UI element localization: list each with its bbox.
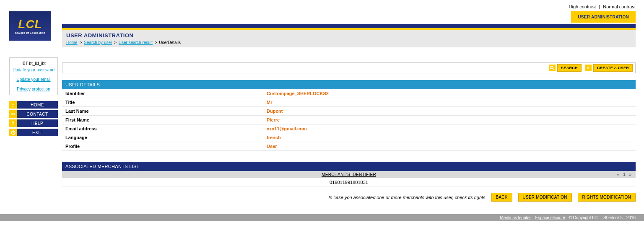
nav-home-label: HOME	[17, 101, 58, 109]
user-name: IBT bt_lcl_ibt	[11, 60, 56, 67]
merchants-table-header: MERCHANT'S IDENTIFIER « 1 »	[62, 171, 636, 178]
merchant-id-column[interactable]: MERCHANT'S IDENTIFIER	[117, 172, 581, 177]
nav-contact-label: CONTACT	[17, 110, 58, 118]
pager: « 1 »	[581, 172, 631, 177]
row-title: Title Mr	[62, 98, 636, 107]
user-details-heading: USER DETAILS	[62, 80, 636, 89]
logo-text: LCL	[18, 18, 42, 31]
lastname-label: Last Name	[62, 107, 263, 116]
create-user-icon: ✳	[585, 65, 592, 71]
email-value: xxx11@gmail.com	[263, 124, 636, 133]
action-row: SEARCH ✳ CREATE A USER	[62, 62, 636, 73]
pager-last-icon[interactable]: »	[629, 172, 631, 177]
row-identifier: Identifier Custompage_SHERLOCKS2	[62, 89, 636, 98]
high-contrast-link[interactable]: High contrast	[569, 4, 596, 9]
row-language: Language french	[62, 133, 636, 142]
logo: LCL BANQUE ET ASSURANCE	[9, 11, 51, 41]
nav-exit[interactable]: ⏻ EXIT	[9, 129, 58, 136]
search-icon	[549, 65, 556, 71]
profile-label: Profile	[62, 142, 263, 151]
footer-copyright: - © Copyright LCL - Sherlock's - 2016	[566, 215, 636, 220]
nav-contact[interactable]: ✉ CONTACT	[9, 110, 58, 118]
nav-help-label: HELP	[17, 119, 58, 127]
header-bar	[62, 24, 636, 30]
title-value: Mr	[263, 98, 636, 107]
help-icon: ?	[9, 119, 17, 127]
footer-mentions-link[interactable]: Mentions légales	[500, 215, 531, 220]
pager-current: 1	[623, 172, 626, 177]
logo-subtitle: BANQUE ET ASSURANCE	[15, 32, 45, 34]
profile-value: User	[263, 142, 636, 151]
merchants-heading: ASSOCIATED MERCHANTS LIST	[62, 162, 636, 171]
home-icon: ⌂	[9, 101, 17, 109]
rights-hint: In case you associated one or more merch…	[328, 195, 485, 200]
breadcrumb-user-search-result[interactable]: User search result	[119, 40, 153, 45]
breadcrumb: Home > Search by user > User search resu…	[66, 40, 631, 45]
update-email-link[interactable]: Update your email	[11, 76, 56, 83]
row-email: Email address xxx11@gmail.com	[62, 124, 636, 133]
page-title: USER ADMINISTRATION	[66, 32, 631, 39]
footer-espace-link[interactable]: Espace sécurité	[535, 215, 565, 220]
firstname-value: Pierre	[263, 116, 636, 124]
breadcrumb-home[interactable]: Home	[66, 40, 78, 45]
row-lastname: Last Name Dupont	[62, 107, 636, 116]
contrast-separator: |	[599, 4, 600, 9]
firstname-label: First Name	[62, 116, 263, 124]
nav-home[interactable]: ⌂ HOME	[9, 101, 58, 109]
row-profile: Profile User	[62, 142, 636, 151]
svg-line-1	[553, 69, 554, 70]
row-firstname: First Name Pierre	[62, 116, 636, 124]
back-button[interactable]: BACK	[491, 193, 512, 202]
language-label: Language	[62, 133, 263, 142]
breadcrumb-current: UserDetails	[159, 40, 181, 45]
nav-exit-label: EXIT	[17, 129, 58, 136]
user-modification-button[interactable]: USER MODIFICATION	[518, 193, 572, 202]
contact-icon: ✉	[9, 110, 17, 118]
identifier-value: Custompage_SHERLOCKS2	[263, 89, 636, 98]
update-password-link[interactable]: Update your password	[11, 67, 56, 73]
side-nav: ⌂ HOME ✉ CONTACT ? HELP ⏻ EXIT	[9, 101, 58, 136]
privacy-protection-link[interactable]: Privacy protection	[11, 86, 56, 92]
breadcrumb-search-by-user[interactable]: Search by user	[84, 40, 112, 45]
user-box: IBT bt_lcl_ibt Update your password Upda…	[9, 57, 58, 95]
merchant-row: 016011991801031	[62, 178, 636, 187]
lastname-value: Dupont	[263, 107, 636, 116]
create-user-button[interactable]: CREATE A USER	[593, 64, 633, 72]
rights-modification-button[interactable]: RIGHTS MODIFICATION	[578, 193, 636, 202]
exit-icon: ⏻	[9, 129, 17, 136]
nav-help[interactable]: ? HELP	[9, 119, 58, 127]
title-label: Title	[62, 98, 263, 107]
normal-contrast-link[interactable]: Normal contrast	[603, 4, 636, 9]
footer: Mentions légales - Espace sécurité - © C…	[0, 214, 644, 221]
email-label: Email address	[62, 124, 263, 133]
tab-user-administration[interactable]: USER ADMINISTRATION	[571, 11, 636, 23]
pager-first-icon[interactable]: «	[617, 172, 620, 177]
svg-point-0	[551, 66, 553, 69]
user-details-table: Identifier Custompage_SHERLOCKS2 Title M…	[62, 89, 636, 151]
language-value: french	[263, 133, 636, 142]
search-button[interactable]: SEARCH	[557, 64, 582, 72]
identifier-label: Identifier	[62, 89, 263, 98]
